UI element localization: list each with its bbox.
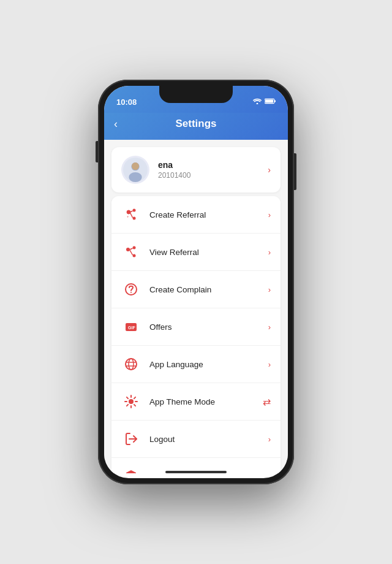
svg-point-17	[133, 254, 136, 257]
create-referral-label: Create Referral	[149, 210, 268, 219]
svg-line-19	[130, 250, 133, 255]
menu-item-app-theme[interactable]: App Theme Mode ⇄	[111, 383, 281, 421]
app-language-arrow: ›	[268, 360, 271, 369]
avatar	[121, 156, 149, 184]
svg-point-10	[133, 217, 136, 220]
svg-point-16	[133, 246, 136, 250]
back-button[interactable]: ‹	[114, 118, 118, 131]
offers-label: Offers	[149, 322, 268, 332]
profile-info: ena 20101400	[158, 160, 259, 180]
svg-point-9	[133, 209, 136, 212]
app-theme-label: App Theme Mode	[149, 397, 263, 406]
status-icons	[253, 98, 276, 105]
notch	[159, 86, 233, 103]
menu-item-offers[interactable]: GIF Offers ›	[111, 308, 281, 346]
app-language-label: App Language	[149, 360, 268, 369]
svg-point-15	[126, 248, 130, 251]
svg-line-34	[134, 405, 135, 406]
privacy-policy-arrow: ›	[268, 472, 271, 474]
menu-item-create-referral[interactable]: + Create Referral ›	[111, 196, 281, 234]
header: ‹ Settings	[104, 113, 288, 140]
svg-point-24	[126, 359, 137, 370]
svg-line-36	[127, 405, 128, 406]
phone-screen: 10:08	[104, 86, 288, 478]
logout-label: Logout	[149, 435, 268, 444]
create-complain-label: Create Complain	[149, 285, 268, 294]
status-time: 10:08	[116, 97, 137, 107]
svg-point-21	[130, 292, 132, 293]
view-referral-arrow: ›	[268, 248, 271, 257]
create-complain-arrow: ›	[268, 285, 271, 294]
view-referral-icon	[121, 242, 141, 262]
phone-frame: 10:08	[98, 80, 294, 484]
battery-icon	[265, 98, 276, 105]
app-theme-icon	[121, 392, 141, 411]
create-referral-icon: +	[121, 205, 141, 224]
svg-rect-3	[265, 99, 273, 102]
home-indicator	[165, 471, 227, 473]
create-referral-arrow: ›	[268, 210, 271, 219]
profile-name: ena	[158, 160, 259, 170]
view-referral-label: View Referral	[149, 248, 268, 257]
svg-text:+: +	[127, 215, 129, 218]
svg-point-25	[129, 359, 134, 370]
wifi-icon	[253, 98, 262, 105]
header-title: Settings	[175, 118, 216, 130]
svg-line-33	[127, 397, 128, 398]
profile-chevron: ›	[268, 165, 271, 175]
logout-arrow: ›	[268, 435, 271, 444]
profile-id: 20101400	[158, 171, 259, 180]
privacy-policy-icon	[121, 467, 141, 473]
offers-icon: GIF	[121, 317, 141, 337]
svg-point-6	[129, 172, 141, 182]
menu-item-create-complain[interactable]: Create Complain ›	[111, 271, 281, 308]
menu-list: + Create Referral ›	[111, 196, 281, 473]
svg-point-28	[129, 399, 134, 404]
logout-icon	[121, 429, 141, 449]
svg-text:GIF: GIF	[128, 326, 135, 330]
profile-card[interactable]: ena 20101400 ›	[111, 147, 281, 192]
menu-item-logout[interactable]: Logout ›	[111, 421, 281, 458]
svg-line-12	[130, 213, 133, 218]
offers-arrow: ›	[268, 322, 271, 332]
content-area: ena 20101400 ›	[104, 140, 288, 473]
menu-item-view-referral[interactable]: View Referral ›	[111, 234, 281, 271]
menu-item-app-language[interactable]: App Language ›	[111, 346, 281, 383]
app-language-icon	[121, 354, 141, 374]
theme-toggle-icon[interactable]: ⇄	[263, 396, 271, 408]
svg-point-0	[257, 103, 258, 104]
svg-line-35	[134, 397, 135, 398]
create-complain-icon	[121, 280, 141, 299]
svg-line-18	[130, 248, 133, 250]
svg-rect-2	[274, 101, 276, 102]
